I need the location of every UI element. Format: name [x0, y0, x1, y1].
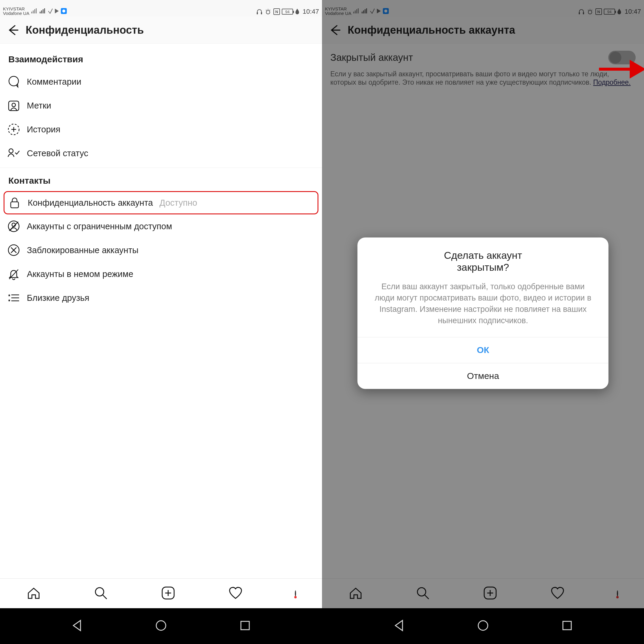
- svg-rect-8: [9, 101, 19, 111]
- carrier-1: KYIVSTAR: [3, 7, 29, 11]
- svg-point-11: [9, 149, 13, 153]
- item-label: Сетевой статус: [27, 148, 88, 158]
- signal-icon: [31, 8, 38, 14]
- item-comments[interactable]: Комментарии: [0, 70, 322, 94]
- settings-list: Взаимодействия Комментарии Метки История…: [0, 44, 322, 578]
- svg-point-7: [9, 76, 18, 86]
- svg-rect-34: [563, 621, 571, 630]
- signal-icon: [39, 8, 46, 14]
- item-account-privacy[interactable]: Конфиденциальность аккаунтаДоступно: [8, 196, 314, 209]
- svg-rect-32: [241, 621, 249, 630]
- svg-text:N: N: [275, 10, 278, 14]
- phone-left: KYIVSTAR Vodafone UA N 94 10:47: [0, 0, 322, 608]
- dialog-title: Сделать аккаунт закрытым?: [357, 237, 609, 276]
- svg-rect-2: [257, 12, 258, 14]
- battery-icon: 94: [282, 9, 293, 15]
- item-label: Конфиденциальность аккаунта: [28, 198, 153, 208]
- tab-activity[interactable]: [228, 585, 243, 602]
- divider: [0, 168, 322, 168]
- restricted-icon: [7, 220, 20, 233]
- item-story[interactable]: История: [0, 117, 322, 141]
- page-title: Конфиденциальность: [26, 24, 144, 36]
- app-badge-icon: [61, 8, 67, 14]
- svg-rect-3: [261, 12, 262, 14]
- svg-point-18: [95, 588, 104, 596]
- item-label: Комментарии: [27, 77, 81, 87]
- section-contacts: Контакты: [0, 170, 322, 191]
- svg-line-19: [103, 595, 107, 599]
- android-home[interactable]: [154, 619, 168, 634]
- phone-right: KYIVSTAR Vodafone UA N 94 10:47: [322, 0, 644, 608]
- status-bar: KYIVSTAR Vodafone UA N 94 10:47: [0, 0, 322, 17]
- svg-point-31: [156, 621, 166, 630]
- item-activity-status[interactable]: Сетевой статус: [0, 141, 322, 165]
- activity-icon: [7, 147, 20, 160]
- avatar-icon: [295, 590, 296, 597]
- nfc-icon: N: [273, 8, 280, 15]
- item-muted[interactable]: Аккаунты в немом режиме: [0, 262, 322, 286]
- tab-search[interactable]: [93, 585, 109, 602]
- tab-home[interactable]: [26, 585, 41, 602]
- svg-point-9: [12, 103, 16, 107]
- item-label: Метки: [27, 101, 51, 111]
- eye-care-icon: [264, 8, 272, 15]
- blocked-icon: [7, 244, 20, 257]
- item-tags[interactable]: Метки: [0, 94, 322, 117]
- lock-icon: [8, 196, 21, 209]
- tag-person-icon: [7, 99, 20, 112]
- svg-rect-12: [11, 202, 18, 208]
- item-label: Заблокированные аккаунты: [27, 245, 138, 255]
- item-close-friends[interactable]: Близкие друзья: [0, 286, 322, 310]
- tab-new-post[interactable]: [160, 585, 176, 602]
- bell-mute-icon: [7, 267, 20, 281]
- back-icon[interactable]: [6, 23, 20, 37]
- clock: 10:47: [303, 8, 319, 16]
- tab-bar: [0, 578, 322, 608]
- android-recents[interactable]: [238, 619, 252, 634]
- item-label: Аккаунты с ограниченным доступом: [27, 222, 172, 231]
- close-friends-icon: [7, 291, 20, 304]
- volte-icon: [48, 8, 53, 14]
- tab-profile[interactable]: [295, 591, 296, 596]
- dialog-cancel-button[interactable]: Отмена: [357, 363, 609, 389]
- item-label: Близкие друзья: [27, 293, 89, 303]
- headphones-icon: [256, 8, 263, 15]
- svg-point-33: [478, 621, 488, 630]
- android-back[interactable]: [392, 619, 406, 634]
- item-label: История: [27, 125, 60, 134]
- story-add-icon: [7, 123, 20, 136]
- annotation-arrow-icon: [597, 57, 644, 81]
- android-nav-bar: [0, 608, 644, 644]
- dialog-body: Если ваш аккаунт закрытый, только одобре…: [357, 276, 609, 337]
- comment-icon: [7, 75, 20, 88]
- dialog-ok-button[interactable]: ОК: [357, 337, 609, 363]
- carrier-2: Vodafone UA: [3, 11, 29, 16]
- section-interactions: Взаимодействия: [0, 49, 322, 70]
- item-restricted[interactable]: Аккаунты с ограниченным доступом: [0, 214, 322, 238]
- item-suffix: Доступно: [160, 198, 197, 208]
- app-header: Конфиденциальность: [0, 17, 322, 44]
- svg-point-4: [266, 10, 270, 14]
- confirm-dialog: Сделать аккаунт закрытым? Если ваш аккау…: [357, 237, 609, 389]
- item-label: Аккаунты в немом режиме: [27, 269, 133, 279]
- android-recents[interactable]: [560, 619, 574, 634]
- item-blocked[interactable]: Заблокированные аккаунты: [0, 238, 322, 262]
- play-icon: [55, 9, 59, 13]
- highlighted-item: Конфиденциальность аккаунтаДоступно: [4, 191, 318, 214]
- svg-point-1: [62, 10, 65, 13]
- android-home[interactable]: [476, 619, 490, 634]
- power-saving-icon: [295, 8, 300, 15]
- android-back[interactable]: [70, 619, 84, 634]
